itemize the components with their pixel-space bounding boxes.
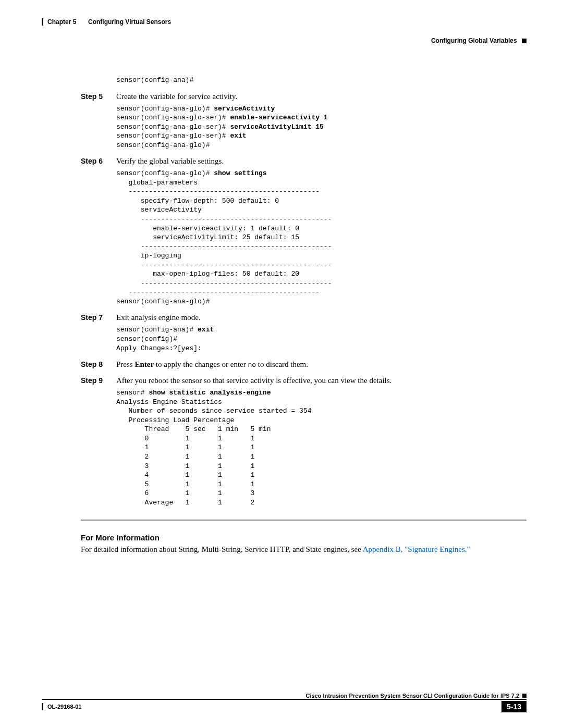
code-block-7: sensor(config-ana)# exit sensor(config)#… bbox=[116, 325, 527, 353]
footer-square-icon bbox=[522, 694, 527, 698]
chapter-title: Configuring Virtual Sensors bbox=[88, 18, 171, 26]
step5-text: Create the variable for service activity… bbox=[116, 92, 527, 101]
footer-rule bbox=[42, 699, 527, 700]
code-block-pre: sensor(config-ana)# bbox=[116, 76, 527, 85]
page-number: 5-13 bbox=[501, 701, 527, 712]
step7-label: Step 7 bbox=[81, 313, 116, 322]
chapter-number: Chapter 5 bbox=[47, 18, 76, 26]
appendix-link[interactable]: Appendix B, "Signature Engines." bbox=[363, 545, 470, 553]
for-more-info-body: For detailed information about String, M… bbox=[81, 544, 527, 554]
footer-guide-title: Cisco Intrusion Prevention System Sensor… bbox=[42, 693, 522, 699]
code-block-5: sensor(config-ana-glo)# serviceActivity … bbox=[116, 104, 527, 150]
header-square-icon bbox=[522, 39, 527, 43]
section-divider bbox=[81, 520, 527, 521]
step6-text: Verify the global variable settings. bbox=[116, 157, 527, 166]
step7-text: Exit analysis engine mode. bbox=[116, 313, 527, 322]
doc-number: OL-29168-01 bbox=[47, 704, 81, 710]
footer-bar-icon bbox=[42, 703, 43, 710]
step9-text: After you reboot the sensor so that serv… bbox=[116, 376, 527, 385]
step9-label: Step 9 bbox=[81, 376, 116, 385]
section-title: Configuring Global Variables bbox=[431, 37, 517, 44]
for-more-info-heading: For More Information bbox=[81, 533, 527, 542]
header-bar-icon bbox=[42, 18, 43, 26]
code-block-6: sensor(config-ana-glo)# show settings gl… bbox=[116, 169, 527, 306]
step6-label: Step 6 bbox=[81, 157, 116, 166]
step5-label: Step 5 bbox=[81, 92, 116, 101]
code-block-9: sensor# show statistic analysis-engine A… bbox=[116, 388, 527, 507]
step8-text: Press Enter to apply the changes or ente… bbox=[116, 360, 527, 369]
step8-label: Step 8 bbox=[81, 360, 116, 369]
